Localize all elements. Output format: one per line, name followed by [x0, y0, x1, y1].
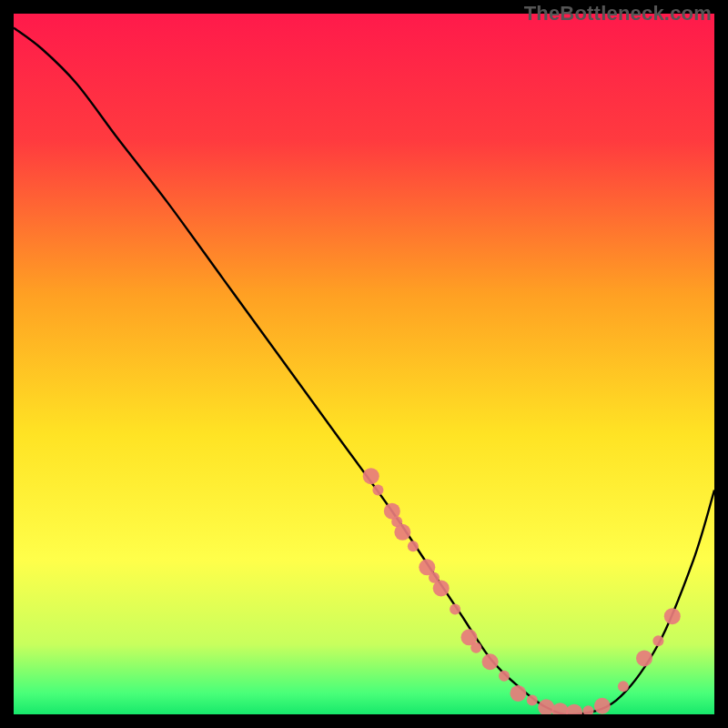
scatter-point — [394, 524, 410, 541]
scatter-point — [363, 468, 379, 484]
gradient-background — [14, 14, 714, 714]
scatter-point — [652, 635, 663, 646]
scatter-point — [470, 642, 481, 653]
plot-area — [14, 14, 714, 714]
scatter-point — [594, 698, 611, 714]
scatter-point — [499, 671, 510, 682]
scatter-point — [433, 580, 450, 596]
scatter-point — [664, 608, 681, 624]
scatter-point — [372, 485, 383, 496]
watermark-text: TheBottleneck.com — [524, 2, 712, 25]
scatter-point — [636, 650, 652, 666]
scatter-point — [510, 685, 526, 702]
scatter-point — [482, 653, 499, 670]
chart-svg — [14, 14, 714, 714]
scatter-point — [450, 604, 460, 615]
chart-stage: TheBottleneck.com — [0, 0, 728, 728]
scatter-point — [408, 541, 419, 551]
scatter-point — [618, 681, 629, 692]
scatter-point — [527, 695, 538, 706]
